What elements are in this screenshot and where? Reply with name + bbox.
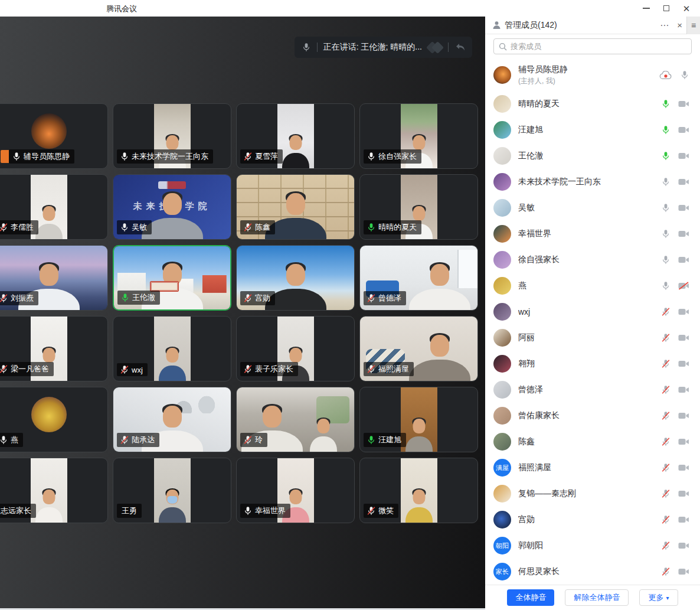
member-row[interactable]: 晴晴的夏天: [485, 91, 700, 117]
panel-more-button[interactable]: ⋯: [656, 17, 673, 34]
video-tile[interactable]: 李儒胜: [0, 174, 108, 240]
minimize-button[interactable]: [636, 0, 656, 17]
member-row[interactable]: 幸福世界: [485, 221, 700, 247]
participant-figure: [156, 347, 189, 381]
tile-name-label: 志远家长: [0, 504, 36, 518]
mic-icon: [661, 177, 670, 187]
video-tile[interactable]: 裴子乐家长: [236, 316, 355, 381]
video-tile[interactable]: 燕: [0, 387, 108, 452]
tile-name-label: 燕: [0, 433, 23, 447]
mute-all-button[interactable]: 全体静音: [507, 589, 554, 606]
panel-close-button[interactable]: ×: [673, 17, 686, 34]
member-name: 晴晴的夏天: [518, 99, 560, 109]
member-row[interactable]: 燕: [485, 273, 700, 299]
video-tile[interactable]: 福照满屋: [359, 316, 478, 381]
member-list: 辅导员陈思静(主持人, 我) 晴晴的夏天 汪建旭 王伦澈 未来技术学院一王向东 …: [485, 58, 700, 585]
minimize-icon: [643, 8, 650, 9]
avatar: [493, 199, 511, 217]
member-name: 王伦澈: [518, 151, 543, 161]
member-row[interactable]: 宫勋: [485, 507, 700, 533]
mic-muted-icon: [243, 364, 253, 374]
avatar: [493, 485, 511, 503]
mic-muted-icon: [120, 365, 129, 374]
video-tile[interactable]: 未来技术学院 吴敏: [113, 174, 231, 240]
video-tile[interactable]: 徐自强家长: [359, 103, 478, 169]
participant-figure: [404, 264, 475, 310]
undo-arrow-icon[interactable]: [454, 43, 466, 52]
member-row[interactable]: wxj: [485, 299, 700, 325]
member-row[interactable]: 吴敏: [485, 195, 700, 221]
camera-icon: [678, 516, 689, 524]
video-tile[interactable]: 曾德泽: [359, 245, 478, 311]
member-row[interactable]: 翱翔: [485, 351, 700, 377]
member-row[interactable]: 汪建旭: [485, 117, 700, 143]
video-feed: [154, 458, 191, 523]
video-tile[interactable]: 宫勋: [236, 245, 355, 311]
search-box[interactable]: [493, 38, 692, 54]
app-title: 腾讯会议: [106, 4, 137, 14]
member-row[interactable]: 家长何思灵家长: [485, 559, 700, 585]
member-row[interactable]: 阿丽: [485, 325, 700, 351]
maximize-button[interactable]: [656, 0, 676, 17]
video-tile[interactable]: 微笑: [359, 458, 478, 523]
speaking-text: 正在讲话: 王伦澈; 晴晴的...: [323, 42, 422, 53]
participant-figure: [403, 488, 436, 523]
video-tile[interactable]: 王伦澈: [113, 245, 231, 311]
tile-name-label: 王勇: [117, 504, 142, 518]
member-row[interactable]: 陈鑫: [485, 429, 700, 455]
video-tile[interactable]: wxj: [113, 316, 231, 381]
mic-muted-icon: [243, 223, 253, 232]
more-button[interactable]: 更多 ▾: [639, 589, 678, 606]
video-tile[interactable]: 陆承达: [113, 387, 231, 452]
search-input[interactable]: [511, 42, 686, 51]
mic-muted-icon: [243, 435, 253, 445]
member-name: 未来技术学院一王向东: [518, 177, 601, 187]
mic-muted-icon: [661, 567, 670, 576]
member-row[interactable]: 曾佑康家长: [485, 403, 700, 429]
video-tile[interactable]: 刘振焘: [0, 245, 108, 311]
video-tile[interactable]: 汪建旭: [359, 387, 478, 452]
member-panel-header: 管理成员(142) ⋯ × ≡: [485, 17, 700, 34]
member-row[interactable]: 王伦澈: [485, 143, 700, 169]
video-tile[interactable]: 玲: [236, 387, 355, 452]
avatar: 家长: [493, 563, 511, 580]
avatar: [493, 433, 511, 451]
member-row[interactable]: 满屋福照满屋: [485, 455, 700, 481]
member-role: (主持人, 我): [518, 76, 568, 86]
video-tile[interactable]: 辅导员陈思静: [0, 103, 108, 169]
video-tile[interactable]: 陈鑫: [236, 174, 355, 240]
camera-icon: [678, 464, 689, 472]
mic-icon: [661, 125, 670, 135]
member-row[interactable]: 朝阳郭朝阳: [485, 533, 700, 559]
tile-name-label: 王伦澈: [117, 291, 160, 305]
video-tile[interactable]: 志远家长: [0, 458, 108, 523]
video-tile[interactable]: 夏雪萍: [236, 103, 355, 169]
avatar: [493, 277, 511, 295]
member-row[interactable]: 曾德泽: [485, 377, 700, 403]
participant-avatar: [31, 397, 67, 432]
close-button[interactable]: ✕: [676, 0, 696, 17]
panel-menu-button[interactable]: ≡: [686, 17, 700, 34]
video-tile[interactable]: 王勇: [113, 458, 231, 523]
mic-muted-icon: [661, 411, 670, 420]
member-row[interactable]: 辅导员陈思静(主持人, 我): [485, 59, 700, 91]
video-tile[interactable]: 幸福世界: [236, 458, 355, 523]
member-row[interactable]: 徐自强家长: [485, 247, 700, 273]
avatar: [493, 251, 511, 269]
video-tile[interactable]: 晴晴的夏天: [359, 174, 478, 240]
tile-name-label: 幸福世界: [240, 504, 290, 518]
tencent-meeting-window: 腾讯会议 ✕ 正在讲话: 王伦澈; 晴晴的... 辅导员陈思静 未来技术学院一: [0, 0, 700, 610]
camera-icon: [678, 308, 689, 316]
member-name: 陈鑫: [518, 436, 535, 447]
mic-icon: [12, 152, 21, 161]
video-tile[interactable]: 未来技术学院一王向东: [113, 103, 231, 169]
tile-name-label: 陆承达: [117, 433, 159, 447]
avatar: [493, 407, 511, 425]
avatar: [493, 381, 511, 399]
member-row[interactable]: 复锦——秦志刚: [485, 481, 700, 507]
video-tile[interactable]: 梁一凡爸爸: [0, 316, 108, 381]
unmute-all-button[interactable]: 解除全体静音: [565, 589, 629, 606]
member-row[interactable]: 未来技术学院一王向东: [485, 169, 700, 195]
mic-icon: [120, 223, 129, 232]
member-name: 宫勋: [518, 514, 535, 525]
